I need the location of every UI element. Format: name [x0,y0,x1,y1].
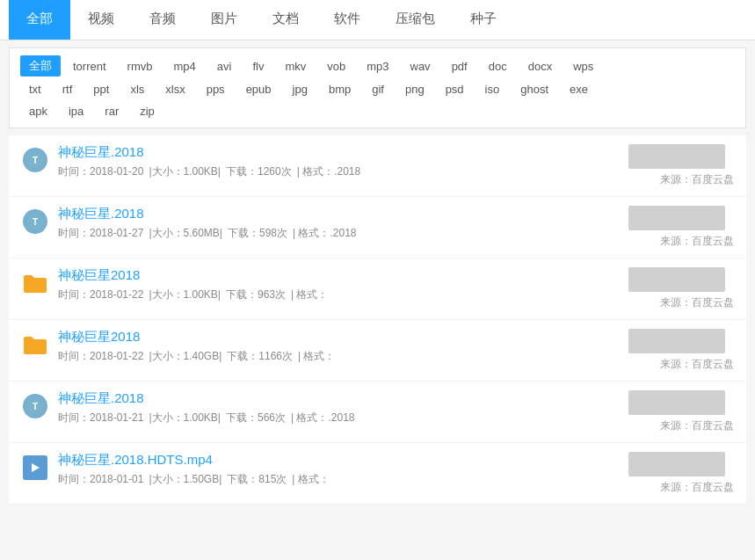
item-right-2: 来源：百度云盘 [628,267,734,310]
item-icon-5 [21,454,49,482]
item-title-4[interactable]: 神秘巨星.2018 [58,390,620,407]
meta-field-1: |大小：1.00KB| [149,411,221,425]
item-right-4: 来源：百度云盘 [628,390,734,433]
meta-field-0: 时间：2018-01-21 [58,411,143,425]
item-title-1[interactable]: 神秘巨星.2018 [58,206,620,222]
item-meta-5: 时间：2018-01-01|大小：1.50GB|下载：815次| 格式： [58,472,620,487]
item-body-3: 神秘巨星2018时间：2018-01-22|大小：1.40GB|下载：1166次… [58,329,620,364]
filter-tag-bmp[interactable]: bmp [320,80,359,98]
meta-field-3: | 格式： [292,472,329,487]
filter-tag-epub[interactable]: epub [237,80,280,98]
filter-tag-vob[interactable]: vob [318,57,354,76]
filter-tag-ipa[interactable]: ipa [60,102,92,120]
filter-tag-ghost[interactable]: ghost [512,80,557,98]
meta-field-3: | 格式：.2018 [293,226,356,241]
filter-tag-xlsx[interactable]: xlsx [156,80,193,98]
item-source-2: 来源：百度云盘 [628,295,734,310]
item-icon-0: T [21,146,49,174]
filter-tag-mp3[interactable]: mp3 [358,57,397,76]
filter-tag-doc[interactable]: doc [480,57,516,76]
meta-field-0: 时间：2018-01-27 [58,226,143,241]
folder-icon [23,273,47,294]
item-meta-1: 时间：2018-01-27|大小：5.60MB|下载：598次| 格式：.201… [58,226,620,241]
filter-tag-pps[interactable]: pps [198,80,234,98]
item-icon-3 [21,331,49,359]
top-nav-item-0[interactable]: 全部 [9,0,70,40]
item-meta-2: 时间：2018-01-22|大小：1.00KB|下载：963次| 格式： [58,287,620,302]
filter-tag-txt[interactable]: txt [20,80,50,98]
meta-field-1: |大小：1.00KB| [149,164,221,179]
item-source-5: 来源：百度云盘 [628,480,734,495]
top-nav-item-4[interactable]: 文档 [255,0,316,40]
filter-tag-exe[interactable]: exe [561,80,597,98]
item-body-5: 神秘巨星.2018.HDTS.mp4时间：2018-01-01|大小：1.50G… [58,452,620,487]
result-item-0: T 神秘巨星.2018时间：2018-01-20|大小：1.00KB|下载：12… [9,135,746,197]
svg-text:T: T [33,402,38,411]
top-nav-item-2[interactable]: 音频 [132,0,193,40]
filter-tag-jpg[interactable]: jpg [284,80,316,98]
item-title-2[interactable]: 神秘巨星2018 [58,267,620,284]
item-thumbnail-0 [628,144,725,169]
meta-field-0: 时间：2018-01-22 [58,287,143,302]
top-navigation: 全部视频音频图片文档软件压缩包种子 [0,0,755,40]
filter-tag-zip[interactable]: zip [131,102,163,120]
item-icon-1: T [21,207,49,236]
filter-tag-xls[interactable]: xls [121,80,153,98]
result-item-4: T 神秘巨星.2018时间：2018-01-21|大小：1.00KB|下载：56… [9,382,746,443]
item-title-5[interactable]: 神秘巨星.2018.HDTS.mp4 [58,452,620,469]
filter-tag-avi[interactable]: avi [208,57,241,76]
filter-tag-rtf[interactable]: rtf [54,80,82,98]
filter-tag-wav[interactable]: wav [402,57,439,76]
top-nav-item-3[interactable]: 图片 [193,0,255,40]
item-icon-2 [21,269,49,297]
filter-tag-docx[interactable]: docx [519,57,561,76]
item-meta-0: 时间：2018-01-20|大小：1.00KB|下载：1260次| 格式：.20… [58,164,620,179]
filter-tag-torrent[interactable]: torrent [64,57,115,76]
filter-row-1: txtrtfpptxlsxlsxppsepubjpgbmpgifpngpsdis… [20,80,735,98]
result-list: T 神秘巨星.2018时间：2018-01-20|大小：1.00KB|下载：12… [9,135,746,505]
svg-text:T: T [33,217,38,227]
filter-tag-pdf[interactable]: pdf [443,57,476,76]
item-icon-4: T [21,392,49,420]
top-nav-item-1[interactable]: 视频 [70,0,132,40]
filter-tag-mkv[interactable]: mkv [276,57,315,76]
meta-field-3: | 格式： [291,287,328,302]
filter-tag-png[interactable]: png [396,80,433,98]
top-nav-item-6[interactable]: 压缩包 [378,0,453,40]
torrent-icon: T [23,209,47,234]
item-body-0: 神秘巨星.2018时间：2018-01-20|大小：1.00KB|下载：1260… [58,144,620,179]
item-title-3[interactable]: 神秘巨星2018 [58,329,620,345]
filter-tag-ppt[interactable]: ppt [84,80,118,98]
result-item-1: T 神秘巨星.2018时间：2018-01-27|大小：5.60MB|下载：59… [9,197,746,258]
filter-tag-iso[interactable]: iso [476,80,509,98]
item-thumbnail-1 [628,206,725,230]
filter-tag-mp4[interactable]: mp4 [164,57,204,76]
meta-field-0: 时间：2018-01-01 [58,472,143,487]
item-right-0: 来源：百度云盘 [628,144,734,187]
filter-tag-全部[interactable]: 全部 [20,55,61,76]
meta-field-2: 下载：963次 [226,287,286,302]
item-thumbnail-2 [628,267,725,292]
filter-tag-psd[interactable]: psd [437,80,473,98]
meta-field-3: | 格式：.2018 [297,164,360,179]
filter-tag-apk[interactable]: apk [20,102,56,120]
item-thumbnail-3 [628,329,725,353]
filter-tag-wps[interactable]: wps [564,57,602,76]
item-title-0[interactable]: 神秘巨星.2018 [58,144,620,161]
meta-field-2: 下载：1260次 [226,164,292,179]
filter-tag-flv[interactable]: flv [243,57,272,76]
filter-row-0: 全部torrentrmvbmp4aviflvmkvvobmp3wavpdfdoc… [20,55,735,76]
item-source-3: 来源：百度云盘 [628,357,734,372]
filter-tag-rar[interactable]: rar [96,102,127,120]
item-source-0: 来源：百度云盘 [628,172,734,187]
filter-tag-gif[interactable]: gif [363,80,393,98]
top-nav-item-7[interactable]: 种子 [453,0,514,40]
meta-field-2: 下载：815次 [227,472,287,487]
item-body-1: 神秘巨星.2018时间：2018-01-27|大小：5.60MB|下载：598次… [58,206,620,241]
item-source-1: 来源：百度云盘 [628,234,734,249]
top-nav-item-5[interactable]: 软件 [316,0,378,40]
torrent-icon: T [23,148,47,172]
svg-text:T: T [33,156,38,165]
result-item-5: 神秘巨星.2018.HDTS.mp4时间：2018-01-01|大小：1.50G… [9,443,746,505]
filter-tag-rmvb[interactable]: rmvb [119,57,162,76]
